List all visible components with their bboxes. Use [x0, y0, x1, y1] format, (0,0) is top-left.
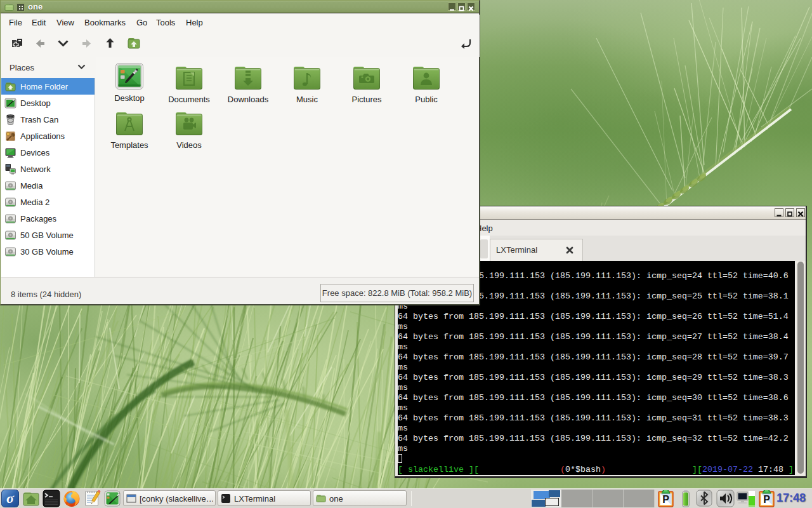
svg-text:P: P — [662, 494, 669, 505]
svg-text:P: P — [763, 494, 770, 505]
svg-text:σ: σ — [6, 490, 15, 506]
